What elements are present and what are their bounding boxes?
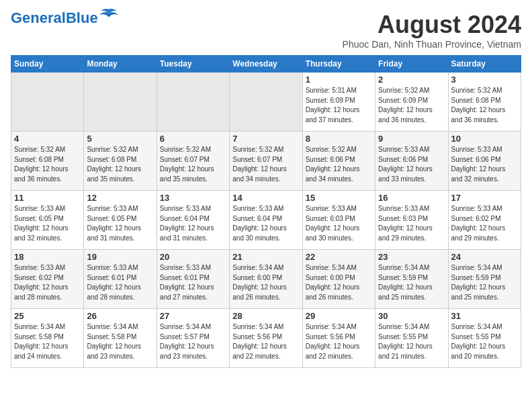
day-number: 31 xyxy=(451,311,518,321)
column-header-wednesday: Wednesday xyxy=(230,56,302,73)
day-number: 25 xyxy=(14,311,81,321)
day-number: 19 xyxy=(87,252,153,262)
day-number: 15 xyxy=(306,193,372,203)
day-info: Sunrise: 5:32 AMSunset: 6:07 PMDaylight:… xyxy=(160,145,226,184)
day-info: Sunrise: 5:32 AMSunset: 6:07 PMDaylight:… xyxy=(232,145,299,184)
day-number: 11 xyxy=(14,193,81,203)
day-number: 14 xyxy=(232,193,299,203)
day-info: Sunrise: 5:32 AMSunset: 6:08 PMDaylight:… xyxy=(14,145,81,184)
day-info: Sunrise: 5:34 AMSunset: 5:57 PMDaylight:… xyxy=(160,322,226,361)
table-row: 26Sunrise: 5:34 AMSunset: 5:58 PMDayligh… xyxy=(84,309,157,368)
table-row: 8Sunrise: 5:32 AMSunset: 6:06 PMDaylight… xyxy=(302,132,375,191)
day-number: 22 xyxy=(306,252,372,262)
day-info: Sunrise: 5:33 AMSunset: 6:06 PMDaylight:… xyxy=(378,145,445,184)
logo-bird-icon xyxy=(99,8,118,23)
table-row: 6Sunrise: 5:32 AMSunset: 6:07 PMDaylight… xyxy=(157,132,229,191)
logo-text: GeneralBlue xyxy=(11,11,98,26)
logo: GeneralBlue xyxy=(11,11,118,26)
table-row: 28Sunrise: 5:34 AMSunset: 5:56 PMDayligh… xyxy=(230,309,302,368)
day-info: Sunrise: 5:34 AMSunset: 6:00 PMDaylight:… xyxy=(306,263,372,302)
day-number: 4 xyxy=(14,134,81,144)
day-info: Sunrise: 5:32 AMSunset: 6:08 PMDaylight:… xyxy=(87,145,153,184)
table-row: 31Sunrise: 5:34 AMSunset: 5:55 PMDayligh… xyxy=(448,309,521,368)
day-number: 23 xyxy=(378,252,445,262)
table-row: 11Sunrise: 5:33 AMSunset: 6:05 PMDayligh… xyxy=(11,191,84,250)
day-number: 24 xyxy=(451,252,518,262)
day-info: Sunrise: 5:34 AMSunset: 5:56 PMDaylight:… xyxy=(232,322,299,361)
table-row: 24Sunrise: 5:34 AMSunset: 5:59 PMDayligh… xyxy=(448,250,521,309)
table-row xyxy=(157,73,229,132)
day-number: 10 xyxy=(451,134,518,144)
day-info: Sunrise: 5:33 AMSunset: 6:05 PMDaylight:… xyxy=(87,204,153,243)
calendar-week-row: 25Sunrise: 5:34 AMSunset: 5:58 PMDayligh… xyxy=(11,309,521,368)
day-number: 21 xyxy=(232,252,299,262)
day-info: Sunrise: 5:33 AMSunset: 6:03 PMDaylight:… xyxy=(306,204,372,243)
day-info: Sunrise: 5:33 AMSunset: 6:04 PMDaylight:… xyxy=(232,204,299,243)
day-info: Sunrise: 5:31 AMSunset: 6:09 PMDaylight:… xyxy=(306,86,372,125)
table-row: 10Sunrise: 5:33 AMSunset: 6:06 PMDayligh… xyxy=(448,132,521,191)
day-number: 16 xyxy=(378,193,445,203)
table-row: 21Sunrise: 5:34 AMSunset: 6:00 PMDayligh… xyxy=(230,250,302,309)
day-info: Sunrise: 5:33 AMSunset: 6:04 PMDaylight:… xyxy=(160,204,226,243)
day-number: 3 xyxy=(451,75,518,85)
day-info: Sunrise: 5:34 AMSunset: 5:55 PMDaylight:… xyxy=(451,322,518,361)
table-row: 17Sunrise: 5:33 AMSunset: 6:02 PMDayligh… xyxy=(448,191,521,250)
month-year-title: August 2024 xyxy=(343,11,521,39)
table-row: 15Sunrise: 5:33 AMSunset: 6:03 PMDayligh… xyxy=(302,191,375,250)
table-row: 20Sunrise: 5:33 AMSunset: 6:01 PMDayligh… xyxy=(157,250,229,309)
table-row: 18Sunrise: 5:33 AMSunset: 6:02 PMDayligh… xyxy=(11,250,84,309)
day-number: 1 xyxy=(306,75,372,85)
table-row: 1Sunrise: 5:31 AMSunset: 6:09 PMDaylight… xyxy=(302,73,375,132)
calendar-week-row: 4Sunrise: 5:32 AMSunset: 6:08 PMDaylight… xyxy=(11,132,521,191)
day-info: Sunrise: 5:33 AMSunset: 6:01 PMDaylight:… xyxy=(87,263,153,302)
calendar-week-row: 11Sunrise: 5:33 AMSunset: 6:05 PMDayligh… xyxy=(11,191,521,250)
table-row: 25Sunrise: 5:34 AMSunset: 5:58 PMDayligh… xyxy=(11,309,84,368)
calendar-week-row: 1Sunrise: 5:31 AMSunset: 6:09 PMDaylight… xyxy=(11,73,521,132)
calendar-header-row: SundayMondayTuesdayWednesdayThursdayFrid… xyxy=(11,56,521,73)
day-info: Sunrise: 5:33 AMSunset: 6:02 PMDaylight:… xyxy=(451,204,518,243)
table-row: 29Sunrise: 5:34 AMSunset: 5:56 PMDayligh… xyxy=(302,309,375,368)
day-info: Sunrise: 5:32 AMSunset: 6:08 PMDaylight:… xyxy=(451,86,518,125)
day-info: Sunrise: 5:33 AMSunset: 6:01 PMDaylight:… xyxy=(160,263,226,302)
table-row: 22Sunrise: 5:34 AMSunset: 6:00 PMDayligh… xyxy=(302,250,375,309)
day-number: 26 xyxy=(87,311,153,321)
day-info: Sunrise: 5:34 AMSunset: 5:59 PMDaylight:… xyxy=(451,263,518,302)
day-info: Sunrise: 5:34 AMSunset: 5:58 PMDaylight:… xyxy=(14,322,81,361)
day-info: Sunrise: 5:32 AMSunset: 6:06 PMDaylight:… xyxy=(306,145,372,184)
day-number: 18 xyxy=(14,252,81,262)
day-info: Sunrise: 5:34 AMSunset: 6:00 PMDaylight:… xyxy=(232,263,299,302)
day-number: 27 xyxy=(160,311,226,321)
day-info: Sunrise: 5:32 AMSunset: 6:09 PMDaylight:… xyxy=(378,86,445,125)
day-number: 7 xyxy=(232,134,299,144)
day-info: Sunrise: 5:34 AMSunset: 5:56 PMDaylight:… xyxy=(306,322,372,361)
day-number: 29 xyxy=(306,311,372,321)
table-row xyxy=(230,73,302,132)
table-row: 9Sunrise: 5:33 AMSunset: 6:06 PMDaylight… xyxy=(375,132,448,191)
day-number: 13 xyxy=(160,193,226,203)
column-header-monday: Monday xyxy=(84,56,157,73)
table-row: 27Sunrise: 5:34 AMSunset: 5:57 PMDayligh… xyxy=(157,309,229,368)
location-subtitle: Phuoc Dan, Ninh Thuan Province, Vietnam xyxy=(343,39,521,50)
day-number: 2 xyxy=(378,75,445,85)
table-row: 23Sunrise: 5:34 AMSunset: 5:59 PMDayligh… xyxy=(375,250,448,309)
day-number: 20 xyxy=(160,252,226,262)
day-info: Sunrise: 5:33 AMSunset: 6:03 PMDaylight:… xyxy=(378,204,445,243)
day-number: 6 xyxy=(160,134,226,144)
column-header-saturday: Saturday xyxy=(448,56,521,73)
day-number: 9 xyxy=(378,134,445,144)
day-info: Sunrise: 5:33 AMSunset: 6:02 PMDaylight:… xyxy=(14,263,81,302)
table-row: 7Sunrise: 5:32 AMSunset: 6:07 PMDaylight… xyxy=(230,132,302,191)
day-info: Sunrise: 5:34 AMSunset: 5:59 PMDaylight:… xyxy=(378,263,445,302)
day-number: 12 xyxy=(87,193,153,203)
day-info: Sunrise: 5:33 AMSunset: 6:06 PMDaylight:… xyxy=(451,145,518,184)
table-row: 16Sunrise: 5:33 AMSunset: 6:03 PMDayligh… xyxy=(375,191,448,250)
table-row: 4Sunrise: 5:32 AMSunset: 6:08 PMDaylight… xyxy=(11,132,84,191)
column-header-sunday: Sunday xyxy=(11,56,84,73)
day-info: Sunrise: 5:34 AMSunset: 5:58 PMDaylight:… xyxy=(87,322,153,361)
day-number: 28 xyxy=(232,311,299,321)
column-header-tuesday: Tuesday xyxy=(157,56,229,73)
table-row: 13Sunrise: 5:33 AMSunset: 6:04 PMDayligh… xyxy=(157,191,229,250)
day-number: 17 xyxy=(451,193,518,203)
table-row: 19Sunrise: 5:33 AMSunset: 6:01 PMDayligh… xyxy=(84,250,157,309)
title-block: August 2024 Phuoc Dan, Ninh Thuan Provin… xyxy=(343,11,521,50)
